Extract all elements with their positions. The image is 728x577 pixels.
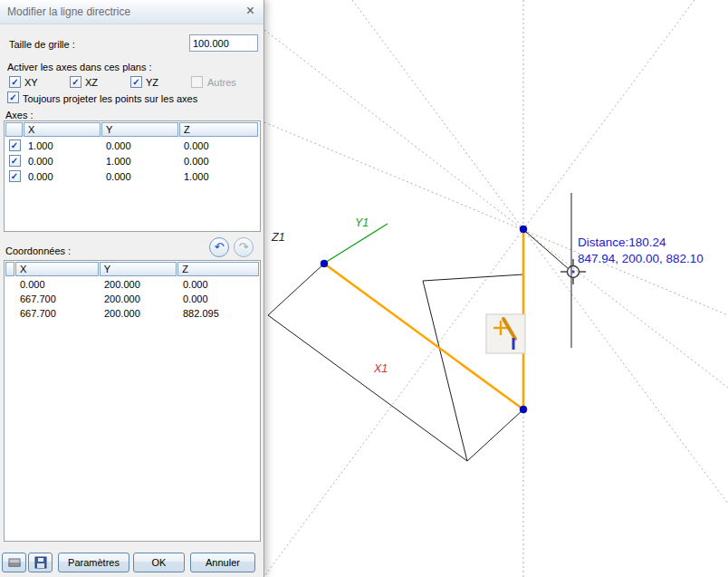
coord-cell-x[interactable]: 667.700 bbox=[15, 308, 100, 319]
coordinate-row[interactable]: 667.700 200.000 0.000 bbox=[5, 292, 260, 306]
axes-cell-y[interactable]: 1.000 bbox=[101, 156, 179, 167]
load-icon bbox=[7, 556, 22, 569]
plane-xy-checkbox[interactable]: ✓ bbox=[9, 76, 21, 88]
close-icon[interactable]: × bbox=[246, 3, 254, 19]
axes-cell-x[interactable]: 0.000 bbox=[24, 171, 101, 182]
coord-cell-z[interactable]: 0.000 bbox=[178, 279, 258, 290]
x1-axis-label: X1 bbox=[373, 362, 388, 375]
coord-header-x: X bbox=[15, 262, 99, 276]
coord-cell-x[interactable]: 667.700 bbox=[15, 293, 100, 304]
axes-cell-z[interactable]: 0.000 bbox=[179, 156, 259, 167]
axes-header-x: X bbox=[24, 122, 101, 137]
plane-autres-checkbox bbox=[191, 76, 203, 88]
point-handle bbox=[520, 406, 527, 413]
axes-header-z: Z bbox=[179, 122, 258, 137]
cancel-button[interactable]: Annuler bbox=[190, 553, 255, 572]
axes-table: X Y Z ✓ 1.000 0.000 0.000 ✓ 0.000 1.000 … bbox=[4, 120, 261, 232]
coord-cell-z[interactable]: 882.095 bbox=[178, 308, 258, 319]
coordinates-tooltip: 847.94, 200.00, 882.10 bbox=[578, 252, 704, 265]
distance-tooltip: Distance:180.24 bbox=[578, 236, 666, 249]
coordinates-label: Coordonnées : bbox=[5, 245, 71, 256]
grid-size-label: Taille de grille : bbox=[9, 39, 75, 50]
y-axis-line bbox=[325, 224, 388, 263]
coord-header-z: Z bbox=[177, 262, 259, 276]
coord-cell-y[interactable]: 200.000 bbox=[100, 293, 178, 304]
construction-grid-lines bbox=[264, 0, 728, 577]
axes-cell-y[interactable]: 0.000 bbox=[101, 140, 179, 151]
point-handle bbox=[520, 226, 527, 233]
app-window: Y1 Z1 X1 Distance:180.24 847.94, 200.00,… bbox=[0, 0, 728, 577]
save-button[interactable] bbox=[28, 553, 53, 572]
undo-button[interactable]: ↶ bbox=[209, 237, 229, 257]
undo-icon: ↶ bbox=[215, 240, 225, 254]
dialog-titlebar[interactable]: Modifier la ligne directrice × bbox=[0, 0, 263, 24]
z1-axis-label: Z1 bbox=[271, 231, 285, 244]
plane-xz-label: XZ bbox=[85, 77, 98, 88]
save-icon bbox=[34, 556, 48, 569]
axes-row[interactable]: ✓ 0.000 0.000 1.000 bbox=[5, 168, 260, 184]
redo-button[interactable]: ↷ bbox=[234, 237, 254, 257]
axis-enabled-checkbox[interactable]: ✓ bbox=[9, 139, 21, 151]
axes-cell-x[interactable]: 0.000 bbox=[24, 156, 101, 167]
axes-header-y: Y bbox=[101, 122, 178, 137]
parameters-button[interactable]: Paramètres bbox=[58, 553, 129, 572]
coord-cell-y[interactable]: 200.000 bbox=[100, 308, 178, 319]
pick-tool-icon bbox=[486, 314, 525, 353]
coord-cell-z[interactable]: 0.000 bbox=[178, 293, 258, 304]
axes-row[interactable]: ✓ 1.000 0.000 0.000 bbox=[5, 138, 260, 153]
plane-yz-label: YZ bbox=[146, 77, 158, 88]
axis-enabled-checkbox[interactable]: ✓ bbox=[9, 155, 21, 167]
plane-xz-checkbox[interactable]: ✓ bbox=[70, 76, 81, 88]
coordinates-table-header: X Y Z bbox=[5, 261, 260, 277]
modify-guideline-dialog: Modifier la ligne directrice × Taille de… bbox=[0, 0, 264, 577]
project-points-label: Toujours projeter les points sur les axe… bbox=[23, 93, 197, 104]
grid-size-input[interactable] bbox=[189, 34, 258, 52]
ok-button[interactable]: OK bbox=[133, 553, 185, 572]
plane-xy-label: XY bbox=[24, 77, 38, 88]
plane-autres-label: Autres bbox=[207, 77, 236, 88]
plane-yz-checkbox[interactable]: ✓ bbox=[130, 76, 142, 88]
redo-icon: ↷ bbox=[239, 240, 249, 254]
axes-cell-z[interactable]: 0.000 bbox=[179, 140, 259, 151]
dialog-title: Modifier la ligne directrice bbox=[7, 5, 130, 18]
axes-header-blank bbox=[5, 122, 23, 137]
axis-enabled-checkbox[interactable]: ✓ bbox=[9, 170, 21, 182]
planes-label: Activer les axes dans ces plans : bbox=[7, 62, 152, 72]
axes-cell-y[interactable]: 0.000 bbox=[101, 171, 179, 182]
coord-header-blank bbox=[5, 262, 14, 276]
load-button[interactable] bbox=[2, 553, 26, 572]
axes-table-header: X Y Z bbox=[5, 121, 260, 138]
coord-cell-x[interactable]: 0.000 bbox=[15, 279, 100, 290]
axes-cell-z[interactable]: 1.000 bbox=[179, 171, 259, 182]
project-points-checkbox[interactable]: ✓ bbox=[7, 91, 19, 103]
coordinate-row[interactable]: 667.700 200.000 882.095 bbox=[5, 306, 260, 321]
y1-axis-label: Y1 bbox=[355, 216, 369, 229]
axes-label: Axes : bbox=[5, 110, 34, 120]
axes-row[interactable]: ✓ 0.000 1.000 0.000 bbox=[5, 153, 260, 168]
coordinate-row[interactable]: 0.000 200.000 0.000 bbox=[5, 277, 260, 292]
point-handle bbox=[321, 260, 328, 267]
axes-cell-x[interactable]: 1.000 bbox=[24, 140, 101, 151]
coordinates-table: X Y Z 0.000 200.000 0.000 667.700 200.00… bbox=[4, 260, 261, 542]
coord-header-y: Y bbox=[100, 262, 177, 276]
coord-cell-y[interactable]: 200.000 bbox=[100, 279, 178, 290]
